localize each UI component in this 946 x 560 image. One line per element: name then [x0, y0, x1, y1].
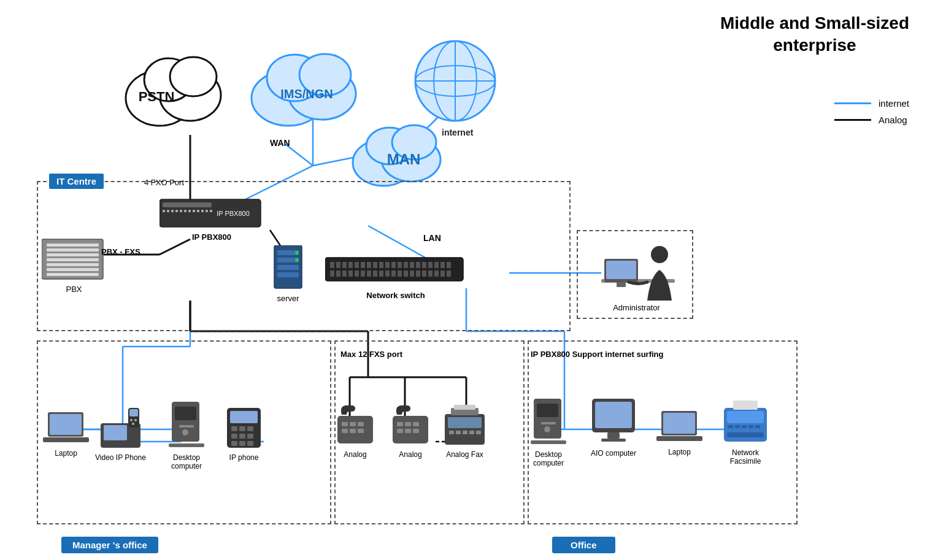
- svg-rect-68: [206, 210, 208, 212]
- svg-rect-80: [336, 262, 340, 268]
- svg-text:MAN: MAN: [387, 151, 421, 167]
- svg-rect-157: [247, 441, 253, 446]
- svg-rect-66: [197, 210, 199, 212]
- svg-rect-167: [405, 422, 411, 426]
- svg-rect-150: [239, 426, 245, 431]
- analog-phone-2: Analog: [390, 404, 431, 459]
- laptop-manager: Laptop: [43, 411, 89, 458]
- svg-rect-81: [342, 262, 347, 268]
- svg-rect-75: [277, 272, 299, 277]
- svg-rect-78: [325, 258, 463, 281]
- network-switch-device: Network switch: [325, 255, 466, 300]
- svg-rect-92: [410, 262, 414, 268]
- svg-rect-180: [476, 431, 481, 434]
- svg-rect-185: [531, 440, 566, 444]
- svg-point-183: [544, 426, 550, 432]
- svg-rect-189: [601, 439, 626, 442]
- legend-internet-line: [834, 102, 871, 104]
- svg-rect-106: [373, 270, 377, 277]
- svg-rect-116: [434, 270, 439, 277]
- svg-rect-169: [397, 429, 403, 433]
- server-device: server: [271, 245, 305, 303]
- svg-rect-136: [104, 425, 127, 440]
- svg-rect-101: [342, 270, 347, 277]
- svg-rect-154: [247, 434, 253, 439]
- office-badge: Office: [552, 537, 615, 553]
- svg-rect-123: [47, 258, 99, 261]
- svg-rect-105: [367, 270, 371, 277]
- svg-rect-148: [230, 411, 258, 423]
- svg-rect-199: [742, 425, 747, 428]
- svg-rect-153: [239, 434, 245, 439]
- svg-rect-107: [379, 270, 383, 277]
- svg-rect-89: [391, 262, 396, 268]
- svg-rect-166: [397, 422, 403, 426]
- svg-rect-102: [348, 270, 353, 277]
- svg-rect-58: [163, 210, 165, 212]
- svg-rect-84: [361, 262, 365, 268]
- svg-point-77: [295, 258, 299, 262]
- svg-rect-173: [448, 417, 482, 428]
- svg-rect-74: [277, 265, 299, 270]
- legend: internet Analog: [834, 98, 909, 125]
- svg-rect-87: [379, 262, 383, 268]
- svg-rect-100: [336, 270, 340, 277]
- svg-rect-57: [163, 202, 212, 207]
- svg-rect-79: [330, 262, 334, 268]
- svg-rect-67: [201, 210, 204, 212]
- desktop-manager-label: Desktop computer: [171, 453, 202, 470]
- svg-rect-177: [456, 431, 461, 434]
- svg-rect-168: [413, 422, 419, 426]
- svg-rect-118: [447, 270, 451, 277]
- internet-globe: internet: [411, 37, 500, 128]
- svg-rect-178: [463, 431, 467, 434]
- svg-rect-97: [440, 262, 445, 268]
- svg-rect-195: [733, 401, 758, 410]
- svg-rect-83: [355, 262, 359, 268]
- svg-rect-160: [350, 422, 356, 426]
- svg-rect-91: [404, 262, 408, 268]
- svg-rect-64: [188, 210, 191, 212]
- svg-rect-114: [422, 270, 426, 277]
- administrator-label: Administrator: [613, 303, 660, 312]
- aio-computer-label: AIO computer: [591, 449, 636, 458]
- svg-rect-192: [656, 436, 702, 441]
- svg-rect-151: [247, 426, 253, 431]
- svg-rect-104: [361, 270, 365, 277]
- legend-analog-label: Analog: [879, 115, 907, 125]
- pbx-device: PBX: [42, 236, 106, 294]
- svg-rect-161: [358, 422, 364, 426]
- wan-label: WAN: [270, 138, 290, 148]
- svg-rect-108: [385, 270, 390, 277]
- svg-point-141: [132, 423, 134, 425]
- svg-rect-69: [210, 210, 212, 212]
- svg-rect-93: [416, 262, 420, 268]
- svg-rect-156: [239, 441, 245, 446]
- svg-rect-162: [342, 429, 348, 433]
- svg-rect-198: [735, 425, 740, 428]
- svg-rect-117: [440, 270, 445, 277]
- max-fxs-label: Max 12 FXS port: [340, 350, 402, 359]
- svg-rect-82: [348, 262, 353, 268]
- aio-computer: AIO computer: [589, 397, 638, 458]
- svg-rect-188: [607, 432, 620, 439]
- svg-rect-62: [180, 210, 182, 212]
- svg-rect-145: [179, 425, 194, 428]
- svg-rect-200: [748, 425, 753, 428]
- svg-point-140: [134, 419, 137, 421]
- svg-rect-86: [373, 262, 377, 268]
- desktop-office-label: Desktop computer: [533, 450, 564, 467]
- svg-rect-125: [47, 268, 99, 271]
- svg-rect-88: [385, 262, 390, 268]
- svg-rect-201: [755, 425, 760, 428]
- svg-point-76: [295, 251, 299, 255]
- internet-label: internet: [442, 128, 473, 137]
- svg-rect-124: [47, 263, 99, 266]
- svg-rect-110: [398, 270, 402, 277]
- fxo-port-label: 4 FXO Port: [144, 178, 184, 187]
- svg-rect-175: [454, 405, 475, 410]
- svg-rect-96: [434, 262, 439, 268]
- svg-point-139: [130, 419, 133, 421]
- laptop-office: Laptop: [656, 410, 702, 456]
- svg-rect-171: [413, 429, 419, 433]
